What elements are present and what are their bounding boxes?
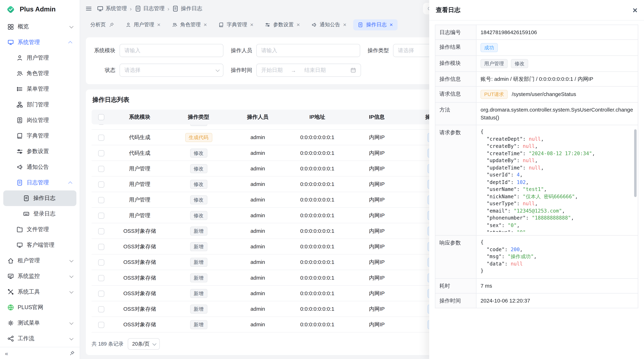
type-cell: 修改 <box>169 192 228 207</box>
row-checkbox-cell <box>92 208 110 223</box>
row-checkbox[interactable] <box>98 212 104 219</box>
row-checkbox[interactable] <box>98 197 104 203</box>
operator-cell: admin <box>228 176 287 192</box>
detail-row-log-id: 日志编号1842781986426159106 <box>435 25 638 40</box>
user-icon <box>126 22 131 27</box>
collapse-sidebar-button[interactable]: « <box>5 350 8 357</box>
sidebar-item-test-menu[interactable]: 测试菜单 <box>3 315 76 331</box>
sidebar-item-system-tools[interactable]: 系统工具 <box>3 284 76 300</box>
operation-type-tag: 修改 <box>190 148 207 157</box>
sidebar-item-notice[interactable]: 通知公告 <box>3 159 76 175</box>
tab-param-settings[interactable]: 参数设置× <box>260 19 304 30</box>
close-tab-icon[interactable]: × <box>250 22 254 27</box>
close-tab-icon[interactable]: × <box>296 22 300 27</box>
sidebar-item-operation-log[interactable]: 操作日志 <box>3 190 76 206</box>
ip-info-cell: 内网IP <box>348 145 406 161</box>
operation-type-tag: 生成代码 <box>185 133 212 142</box>
sidebar-item-log-management[interactable]: 日志管理 <box>3 175 76 190</box>
placeholder: 请输入 <box>124 47 140 54</box>
row-checkbox[interactable] <box>98 244 104 250</box>
sidebar-item-label: 字典管理 <box>27 132 72 139</box>
request-params-code-block[interactable]: { "createDept": null, "createBy": null, … <box>480 129 634 232</box>
sidebar-item-menu-management[interactable]: 菜单管理 <box>3 81 76 97</box>
type-cell: 修改 <box>169 161 228 176</box>
select-all-checkbox[interactable] <box>98 114 104 120</box>
app-root: Plus Admin 概览系统管理用户管理角色管理菜单管理部门管理岗位管理字典管… <box>0 0 644 359</box>
sidebar-item-system-management[interactable]: 系统管理 <box>3 34 76 50</box>
row-checkbox[interactable] <box>98 322 104 328</box>
sidebar-item-workflow[interactable]: 工作流 <box>3 331 76 346</box>
sidebar-item-system-monitor[interactable]: 系统监控 <box>3 269 76 284</box>
system-module-input[interactable]: 请输入 <box>120 44 224 57</box>
operator-cell: admin <box>228 129 287 145</box>
tab-operation-log[interactable]: 操作日志× <box>353 19 397 30</box>
row-checkbox[interactable] <box>98 150 104 156</box>
keyboard-icon <box>23 211 30 217</box>
breadcrumb-item-log-management[interactable]: 日志管理 <box>134 5 164 12</box>
row-checkbox[interactable] <box>98 290 104 297</box>
tab-notice[interactable]: 通知公告× <box>307 19 351 30</box>
tab-analysis[interactable]: 分析页 <box>86 19 118 30</box>
response-params-code-block[interactable]: { "code": 200, "msg": "操作成功", "data": nu… <box>480 239 634 275</box>
sidebar-item-role-management[interactable]: 角色管理 <box>3 66 76 81</box>
sidebar-item-overview[interactable]: 概览 <box>3 19 76 34</box>
ip-cell: 0:0:0:0:0:0:0:1 <box>287 270 348 286</box>
sidebar-item-label: 参数设置 <box>27 148 72 155</box>
sidebar-item-dept-management[interactable]: 部门管理 <box>3 97 76 112</box>
row-checkbox[interactable] <box>98 275 104 281</box>
ip-info-cell: 内网IP <box>348 208 406 223</box>
close-icon[interactable]: × <box>632 6 638 14</box>
breadcrumb-item-system-management[interactable]: 系统管理 <box>97 5 127 12</box>
end-date-placeholder: 结束日期 <box>304 66 326 74</box>
module-cell: OSS对象存储 <box>110 223 169 239</box>
sidebar-item-label: 工作流 <box>18 335 66 342</box>
row-checkbox[interactable] <box>98 134 104 140</box>
page-size-select[interactable]: 20条/页 <box>128 338 160 350</box>
drawer-header: 查看日志 × <box>429 0 644 20</box>
operator-input[interactable]: 请输入 <box>256 44 360 57</box>
sidebar-item-file-management[interactable]: 文件管理 <box>3 222 76 237</box>
row-checkbox[interactable] <box>98 181 104 187</box>
breadcrumb-item-operation-log[interactable]: 操作日志 <box>172 5 202 12</box>
row-checkbox-cell <box>92 254 110 270</box>
tab-role-management[interactable]: 角色管理× <box>168 19 212 30</box>
tab-user-management[interactable]: 用户管理× <box>121 19 165 30</box>
column-header: 系统模块 <box>110 110 169 124</box>
detail-label: 操作模块 <box>435 56 476 72</box>
sidebar-item-dict-management[interactable]: 字典管理 <box>3 128 76 144</box>
sidebar-item-client-management[interactable]: 客户端管理 <box>3 237 76 253</box>
row-checkbox[interactable] <box>98 259 104 265</box>
row-checkbox-cell <box>92 317 110 332</box>
app-logo[interactable]: Plus Admin <box>0 0 80 19</box>
row-checkbox[interactable] <box>98 166 104 172</box>
row-checkbox[interactable] <box>98 228 104 234</box>
row-checkbox[interactable] <box>98 306 104 312</box>
close-tab-icon[interactable]: × <box>204 22 207 27</box>
detail-value-duration: 7 ms <box>476 278 638 293</box>
close-tab-icon[interactable]: × <box>157 22 160 27</box>
sidebar-item-plus-website[interactable]: PLUS官网 <box>3 300 76 315</box>
pin-sidebar-icon[interactable] <box>70 351 75 356</box>
scrollbar-thumb[interactable] <box>634 129 637 197</box>
close-tab-icon[interactable]: × <box>390 22 393 27</box>
sidebar-item-tenant-management[interactable]: 租户管理 <box>3 253 76 268</box>
type-cell: 新增 <box>169 270 228 286</box>
tab-dict-management[interactable]: 字典管理× <box>214 19 258 30</box>
sidebar-item-param-settings[interactable]: 参数设置 <box>3 144 76 159</box>
logo-icon <box>5 4 16 15</box>
date-range-input[interactable]: 开始日期→结束日期 <box>256 64 361 77</box>
type-cell: 修改 <box>169 176 228 192</box>
bell-icon <box>312 22 317 27</box>
operation-type-tag: 修改 <box>190 211 207 220</box>
status-input[interactable]: 请选择 <box>120 64 224 77</box>
module-badge: 修改 <box>511 59 528 68</box>
close-tab-icon[interactable]: × <box>343 22 346 27</box>
sidebar-item-user-management[interactable]: 用户管理 <box>3 50 76 66</box>
drawer-body: 日志编号1842781986426159106操作结果成功操作模块用户管理修改操… <box>429 20 644 359</box>
placeholder: 请选择 <box>124 66 140 74</box>
sidebar-item-post-management[interactable]: 岗位管理 <box>3 112 76 128</box>
row-checkbox[interactable] <box>98 124 104 125</box>
menu-toggle-icon[interactable] <box>86 5 92 12</box>
sidebar-item-login-log[interactable]: 登录日志 <box>3 206 76 222</box>
chevron-down-icon <box>152 341 156 346</box>
